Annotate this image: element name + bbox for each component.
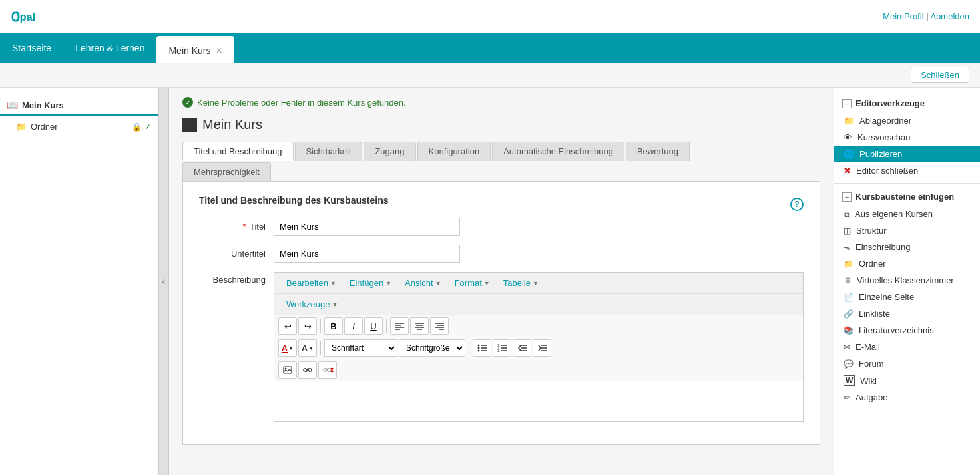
- dropdown-arrow-icon: ▼: [308, 345, 314, 351]
- form-panel: Titel und Beschreibung des Kursbausteins…: [182, 181, 820, 445]
- einzelne-seite-icon: 📄: [844, 293, 854, 302]
- subheader: Schließen: [0, 63, 980, 88]
- separator: [320, 319, 321, 333]
- ordered-list-button[interactable]: 1.2.3.: [493, 339, 511, 357]
- right-item-email[interactable]: ✉ E-Mail: [834, 339, 980, 355]
- menu-tabelle[interactable]: Tabelle ▼: [497, 275, 545, 291]
- indent-increase-button[interactable]: [533, 339, 551, 357]
- right-item-ordner[interactable]: 📁 Ordner: [834, 255, 980, 272]
- right-item-publizieren[interactable]: 🌐 Publizieren: [834, 146, 980, 162]
- form-row-beschreibung: Beschreibung Bearbeiten ▼ Einfügen ▼: [199, 272, 804, 422]
- remove-link-button[interactable]: [318, 361, 337, 379]
- unordered-list-button[interactable]: [473, 339, 491, 357]
- collapse-arrow-icon: ‹: [162, 275, 165, 287]
- separator: [386, 319, 387, 333]
- menu-werkzeuge[interactable]: Werkzeuge ▼: [280, 297, 344, 312]
- bold-button[interactable]: B: [324, 317, 343, 335]
- right-section-kursbausteine: – Kursbausteine einfügen: [834, 188, 980, 206]
- right-item-wiki[interactable]: W Wiki: [834, 372, 980, 389]
- ablageordner-icon: 📁: [844, 116, 854, 126]
- untertitel-label: Untertitel: [199, 245, 266, 259]
- check-icon[interactable]: ✓: [144, 122, 151, 132]
- tab-bewertung[interactable]: Bewertung: [626, 142, 690, 161]
- right-item-virtuelles-klassenzimmer[interactable]: 🖥 Virtuelles Klassenzimmer: [834, 272, 980, 289]
- right-separator: [834, 183, 980, 184]
- tab-konfiguration[interactable]: Konfiguration: [417, 142, 491, 161]
- right-item-editor-schliessen[interactable]: ✖ Editor schließen: [834, 162, 980, 179]
- editor-body[interactable]: [274, 381, 803, 421]
- svg-point-17: [478, 350, 480, 352]
- tab-zugang[interactable]: Zugang: [364, 142, 415, 161]
- insert-image-button[interactable]: [278, 361, 297, 379]
- svg-point-32: [285, 368, 287, 370]
- beschreibung-label: Beschreibung: [199, 272, 266, 285]
- opal-logo: pal: [11, 5, 51, 29]
- svg-text:pal: pal: [20, 11, 36, 23]
- insert-link-button[interactable]: [298, 361, 317, 379]
- tab-automatische-einschreibung[interactable]: Automatische Einschreibung: [492, 142, 624, 161]
- font-color-button[interactable]: A ▼: [278, 339, 297, 357]
- virtuelles-klassenzimmer-icon: 🖥: [844, 276, 852, 285]
- dropdown-arrow-icon: ▼: [330, 280, 336, 287]
- schriftart-select[interactable]: Schriftart: [324, 339, 397, 357]
- right-item-ablageordner[interactable]: 📁 Ablageordner: [834, 112, 980, 129]
- publizieren-icon: 🌐: [844, 149, 854, 159]
- tab-mehrsprachigkeit[interactable]: Mehrsprachigkeit: [182, 162, 271, 181]
- editor-container: Bearbeiten ▼ Einfügen ▼ Ansicht ▼ Form: [274, 272, 804, 422]
- logo: pal: [11, 5, 51, 29]
- italic-button[interactable]: I: [344, 317, 363, 335]
- editor-menu-bar-row2: Werkzeuge ▼: [274, 294, 803, 315]
- literaturverzeichnis-icon: 📚: [844, 326, 854, 335]
- menu-ansicht[interactable]: Ansicht ▼: [398, 275, 448, 291]
- dropdown-arrow-icon: ▼: [533, 280, 539, 287]
- underline-button[interactable]: U: [364, 317, 383, 335]
- mein-profil-link[interactable]: Mein Profil: [883, 11, 923, 21]
- tab-sichtbarkeit[interactable]: Sichtbarkeit: [295, 142, 363, 161]
- right-item-forum[interactable]: 💬 Forum: [834, 355, 980, 372]
- collapse-handle[interactable]: ‹: [158, 88, 169, 475]
- right-item-kursvorschau[interactable]: 👁 Kursvorschau: [834, 129, 980, 146]
- editor-toolbar-row3: [274, 359, 803, 381]
- align-right-button[interactable]: [430, 317, 449, 335]
- separator: [320, 341, 321, 355]
- bg-color-a: A: [302, 343, 308, 353]
- right-item-aufgabe[interactable]: ✏ Aufgabe: [834, 389, 980, 406]
- bg-color-button[interactable]: A ▼: [298, 339, 317, 357]
- tab-startseite[interactable]: Startseite: [0, 33, 63, 63]
- schriftgroesse-select[interactable]: Schriftgröße: [399, 339, 465, 357]
- struktur-icon: ◫: [844, 226, 851, 236]
- collapse-kursbausteine-icon[interactable]: –: [842, 192, 852, 202]
- topbar-right: Mein Profil | Abmelden: [883, 11, 969, 21]
- sidebar-item-ordner[interactable]: 📁 Ordner 🔒 ✓: [0, 118, 158, 135]
- untertitel-input[interactable]: [274, 245, 460, 263]
- right-item-linkliste[interactable]: 🔗 Linkliste: [834, 305, 980, 322]
- tab-mein-kurs[interactable]: Mein Kurs ✕: [156, 36, 234, 63]
- undo-button[interactable]: ↩: [278, 317, 297, 335]
- abmelden-link[interactable]: Abmelden: [930, 11, 969, 21]
- menu-bearbeiten[interactable]: Bearbeiten ▼: [280, 275, 343, 291]
- right-item-aus-eigenen-kursen[interactable]: ⧉ Aus eigenen Kursen: [834, 206, 980, 222]
- close-tab-icon[interactable]: ✕: [216, 46, 222, 55]
- menu-format[interactable]: Format ▼: [448, 275, 497, 291]
- right-item-literaturverzeichnis[interactable]: 📚 Literaturverzeichnis: [834, 322, 980, 339]
- redo-button[interactable]: ↪: [298, 317, 317, 335]
- tab-titel-beschreibung[interactable]: Titel und Beschreibung: [182, 142, 294, 161]
- indent-decrease-button[interactable]: [513, 339, 531, 357]
- right-item-struktur[interactable]: ◫ Struktur: [834, 222, 980, 239]
- lock-icon[interactable]: 🔒: [132, 122, 142, 132]
- align-left-button[interactable]: [390, 317, 409, 335]
- right-item-einschreibung[interactable]: ⬎ Einschreibung: [834, 239, 980, 255]
- aus-eigenen-kursen-icon: ⧉: [844, 210, 850, 219]
- menu-einfuegen[interactable]: Einfügen ▼: [343, 275, 398, 291]
- collapse-editorwerkzeuge-icon[interactable]: –: [842, 99, 852, 108]
- titel-input[interactable]: [274, 218, 460, 236]
- right-item-einzelne-seite[interactable]: 📄 Einzelne Seite: [834, 289, 980, 305]
- editor-menu-bar-row1: Bearbeiten ▼ Einfügen ▼ Ansicht ▼ Form: [274, 273, 803, 294]
- kurs-icon: [182, 118, 197, 132]
- schliessen-button[interactable]: Schließen: [911, 67, 969, 83]
- editor-schliessen-icon: ✖: [844, 166, 851, 176]
- tab-lehren[interactable]: Lehren & Lernen: [63, 33, 156, 63]
- info-icon[interactable]: ?: [790, 198, 804, 211]
- book-icon: 📖: [7, 100, 18, 110]
- align-center-button[interactable]: [410, 317, 429, 335]
